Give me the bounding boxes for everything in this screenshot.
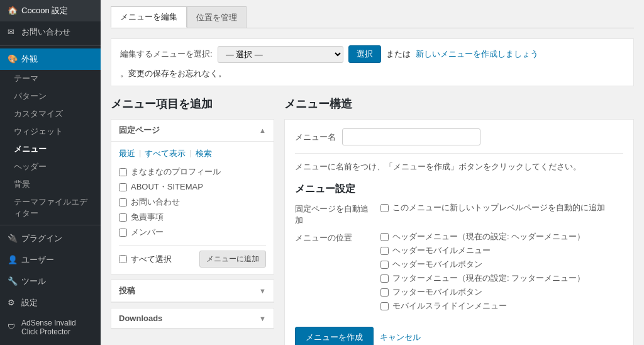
chevron-up-icon: ▲ <box>259 127 266 134</box>
sidebar-item-settings[interactable]: ⚙ 設定 <box>0 292 101 314</box>
acc-tab-all[interactable]: すべて表示 <box>145 148 186 159</box>
menu-name-label: メニュー名 <box>295 132 336 143</box>
create-menu-link[interactable]: 新しいメニューを作成しましょう <box>416 48 538 60</box>
sidebar-item-plugins[interactable]: 🔌 プラグイン <box>0 228 101 249</box>
tabs-bar: メニューを編集 位置を管理 <box>101 0 644 28</box>
accordion-fixed-pages: 固定ページ ▲ 最近 | すべて表示 | 検索 まなまなのプロフィール <box>111 119 274 274</box>
menu-selector-note: 。変更の保存をお忘れなく。 <box>120 68 226 79</box>
left-panel-title: メニュー項目を追加 <box>111 96 274 111</box>
menu-selector-label: 編集するメニューを選択: <box>120 48 213 60</box>
position-option-3[interactable]: フッターメニュー（現在の設定: フッターメニュー） <box>380 273 623 284</box>
sidebar-item-label: 設定 <box>21 297 38 308</box>
tool-icon: 🔧 <box>8 276 18 286</box>
sidebar-item-label: AdSense Invalid Click Protector <box>21 319 93 336</box>
list-item[interactable]: まなまなのプロフィール <box>119 164 266 179</box>
position-options: ヘッダーメニュー（現在の設定: ヘッダーメニュー） ヘッダーモバイルメニュー ヘ… <box>380 231 623 314</box>
left-panel: メニュー項目を追加 固定ページ ▲ 最近 | すべて表示 | 検索 <box>111 96 274 345</box>
sidebar-item-label: ユーザー <box>21 254 54 266</box>
accordion-fixed-pages-header[interactable]: 固定ページ ▲ <box>111 120 274 142</box>
right-panel: メニュー構造 メニュー名 メニューに名前をつけ、「メニューを作成」ボタンをクリッ… <box>284 96 634 345</box>
position-option-5[interactable]: モバイルスライドインメニュー <box>380 300 623 312</box>
accordion-posts: 投稿 ▼ <box>111 280 274 303</box>
accordion-fixed-pages-label: 固定ページ <box>119 125 160 136</box>
page-list: まなまなのプロフィール ABOUT・SITEMAP お問い合わせ 免責事項 メン… <box>119 164 266 240</box>
sidebar-item-cocoon[interactable]: 🏠 Cocoon 設定 <box>0 0 101 21</box>
sidebar-item-tools[interactable]: 🔧 ツール <box>0 271 101 292</box>
position-option-1[interactable]: ヘッダーモバイルメニュー <box>380 245 623 256</box>
sidebar-item-theme[interactable]: テーマ <box>0 70 101 88</box>
acc-footer: すべて選択 メニューに追加 <box>119 245 266 268</box>
position-option-0[interactable]: ヘッダーメニュー（現在の設定: ヘッダーメニュー） <box>380 231 623 242</box>
auto-add-options: このメニューに新しいトップレベルページを自動的に追加 <box>380 202 623 226</box>
position-option-2[interactable]: ヘッダーモバイルボタン <box>380 259 623 270</box>
menu-select-button[interactable]: 選択 <box>348 45 381 63</box>
accordion-posts-label: 投稿 <box>119 285 135 297</box>
sidebar-item-pattern[interactable]: パターン <box>0 88 101 105</box>
home-icon: 🏠 <box>8 6 18 16</box>
list-item[interactable]: ABOUT・SITEMAP <box>119 179 266 195</box>
tab-edit-menu[interactable]: メニューを編集 <box>111 6 187 28</box>
menu-selector-or: または <box>386 48 411 60</box>
settings-auto-add-row: 固定ページを自動追加 このメニューに新しいトップレベルページを自動的に追加 <box>295 202 623 226</box>
list-item[interactable]: メンバー <box>119 225 266 240</box>
email-icon: ✉ <box>8 27 18 37</box>
bottom-row: メニューを作成 キャンセル <box>295 327 623 345</box>
sidebar-item-theme-editor[interactable]: テーマファイルエディター <box>0 193 101 222</box>
sidebar-item-adsense[interactable]: 🛡 AdSense Invalid Click Protector <box>0 314 101 341</box>
sidebar-item-users[interactable]: 👤 ユーザー <box>0 249 101 271</box>
menu-settings-title: メニュー設定 <box>295 183 623 196</box>
sidebar-item-label: ツール <box>21 276 46 287</box>
sidebar-item-header[interactable]: ヘッダー <box>0 158 101 176</box>
position-label: メニューの位置 <box>295 231 370 314</box>
chevron-down-icon: ▼ <box>259 287 266 295</box>
add-to-menu-button[interactable]: メニューに追加 <box>199 251 266 268</box>
accordion-downloads-label: Downloads <box>119 314 162 323</box>
right-panel-title: メニュー構造 <box>284 96 634 111</box>
sidebar-item-label: プラグイン <box>21 233 62 244</box>
sidebar-item-background[interactable]: 背景 <box>0 176 101 193</box>
shield-icon: 🛡 <box>8 322 18 332</box>
settings-position-row: メニューの位置 ヘッダーメニュー（現在の設定: ヘッダーメニュー） ヘッダーモバ… <box>295 231 623 314</box>
acc-tabs: 最近 | すべて表示 | 検索 <box>119 148 266 159</box>
menu-selector-dropdown[interactable]: — 選択 — <box>218 46 343 63</box>
plugin-icon: 🔌 <box>8 234 18 244</box>
acc-tab-recent[interactable]: 最近 <box>119 148 135 159</box>
auto-add-label: 固定ページを自動追加 <box>295 202 370 226</box>
tab-manage-position[interactable]: 位置を管理 <box>187 6 247 28</box>
list-item[interactable]: お問い合わせ <box>119 195 266 210</box>
cancel-button[interactable]: キャンセル <box>380 332 421 343</box>
auto-add-checkbox[interactable] <box>380 204 389 212</box>
sidebar: 🏠 Cocoon 設定 ✉ お問い合わせ 🎨 外観 テーマ パターン カスタマイ… <box>0 0 101 345</box>
menu-name-row: メニュー名 <box>295 128 623 154</box>
two-column-layout: メニュー項目を追加 固定ページ ▲ 最近 | すべて表示 | 検索 <box>111 96 634 345</box>
chevron-down-icon-2: ▼ <box>259 315 266 322</box>
accordion-downloads: Downloads ▼ <box>111 308 274 329</box>
settings-icon: ⚙ <box>8 298 18 308</box>
sidebar-item-label: 外観 <box>21 54 38 65</box>
sidebar-item-customize[interactable]: カスタマイズ <box>0 105 101 123</box>
select-all-label[interactable]: すべて選択 <box>119 254 172 265</box>
accordion-fixed-pages-body: 最近 | すべて表示 | 検索 まなまなのプロフィール ABOUT・SITEMA… <box>111 142 274 274</box>
sidebar-item-menu[interactable]: メニュー <box>0 140 101 158</box>
sidebar-item-label: お問い合わせ <box>21 26 70 38</box>
menu-name-input[interactable] <box>342 128 480 145</box>
sidebar-item-label: Cocoon 設定 <box>21 5 68 16</box>
auto-add-option[interactable]: このメニューに新しいトップレベルページを自動的に追加 <box>380 202 623 213</box>
main-content: メニューを編集 位置を管理 編集するメニューを選択: — 選択 — 選択 または… <box>101 0 644 345</box>
right-panel-inner: メニュー名 メニューに名前をつけ、「メニューを作成」ボタンをクリックしてください… <box>284 119 634 345</box>
position-option-4[interactable]: フッターモバイルボタン <box>380 286 623 298</box>
user-icon: 👤 <box>8 255 18 265</box>
accordion-posts-header[interactable]: 投稿 ▼ <box>111 280 274 302</box>
list-item[interactable]: 免責事項 <box>119 210 266 225</box>
menu-selector-row: 編集するメニューを選択: — 選択 — 選択 または 新しいメニューを作成しまし… <box>111 38 634 86</box>
menu-desc: メニューに名前をつけ、「メニューを作成」ボタンをクリックしてください。 <box>295 161 623 172</box>
create-menu-button[interactable]: メニューを作成 <box>295 327 374 345</box>
accordion-downloads-header[interactable]: Downloads ▼ <box>111 308 274 329</box>
page-content: 編集するメニューを選択: — 選択 — 選択 または 新しいメニューを作成しまし… <box>101 28 644 345</box>
acc-tab-search[interactable]: 検索 <box>196 148 212 159</box>
sidebar-item-widget[interactable]: ウィジェット <box>0 123 101 140</box>
paint-icon: 🎨 <box>8 54 18 64</box>
sidebar-item-contact[interactable]: ✉ お問い合わせ <box>0 21 101 43</box>
sidebar-item-appearance[interactable]: 🎨 外観 <box>0 48 101 70</box>
